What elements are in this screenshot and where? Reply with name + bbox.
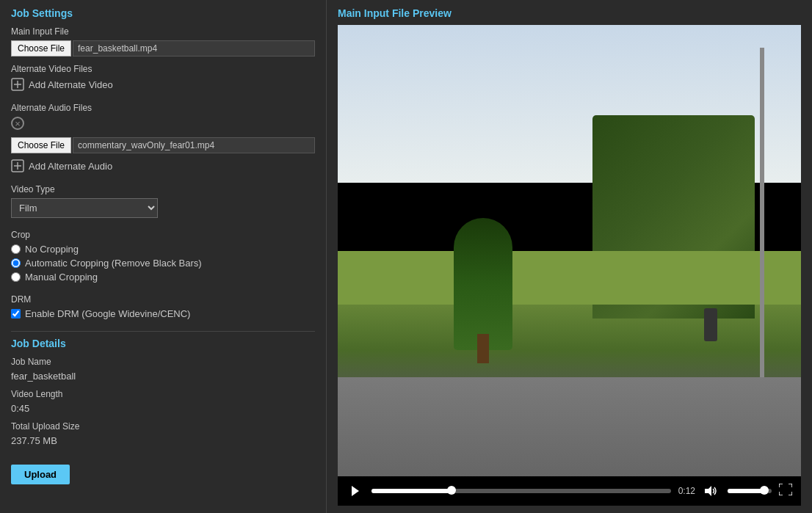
progress-fill xyxy=(371,489,452,493)
video-length-label: Video Length xyxy=(11,389,315,399)
video-controls: 0:12 xyxy=(338,476,801,506)
drm-label: DRM xyxy=(11,294,315,305)
progress-bar[interactable] xyxy=(371,489,671,493)
video-length-field: Video Length 0:45 xyxy=(11,389,315,414)
progress-handle xyxy=(447,486,456,495)
drm-checkbox-option[interactable]: Enable DRM (Google Widevine/CENC) xyxy=(11,308,315,319)
job-name-label: Job Name xyxy=(11,357,315,367)
crop-no-cropping-radio[interactable] xyxy=(11,244,21,254)
scene-grass xyxy=(338,251,801,305)
scene-tree xyxy=(454,218,512,350)
crop-section: Crop No Cropping Automatic Cropping (Rem… xyxy=(11,230,315,283)
choose-audio-file-button[interactable]: Choose File xyxy=(11,137,71,153)
crop-group: No Cropping Automatic Cropping (Remove B… xyxy=(11,244,315,283)
scene-road xyxy=(338,377,801,476)
upload-button[interactable]: Upload xyxy=(11,465,70,484)
alternate-audio-filename: commentary_wavOnly_fear01.mp4 xyxy=(73,137,315,153)
preview-title: Main Input File Preview xyxy=(338,7,801,19)
volume-button[interactable] xyxy=(703,482,720,500)
video-scene xyxy=(338,25,801,476)
crop-no-cropping-option[interactable]: No Cropping xyxy=(11,244,315,255)
volume-bar[interactable] xyxy=(728,489,772,493)
play-button[interactable] xyxy=(347,482,364,500)
choose-file-button[interactable]: Choose File xyxy=(11,40,71,57)
volume-handle xyxy=(760,486,769,495)
add-audio-icon xyxy=(11,159,24,172)
crop-no-cropping-label: No Cropping xyxy=(25,244,79,255)
drm-checkbox[interactable] xyxy=(11,309,21,319)
job-details-title: Job Details xyxy=(11,338,315,349)
svg-marker-6 xyxy=(352,486,359,496)
video-type-select[interactable]: Film Sports Animation News xyxy=(11,198,158,218)
fullscreen-button[interactable] xyxy=(779,484,792,498)
main-input-label: Main Input File xyxy=(11,26,315,37)
volume-fill xyxy=(728,489,765,493)
job-name-field: Job Name fear_basketball xyxy=(11,357,315,382)
left-panel: Job Settings Main Input File Choose File… xyxy=(0,0,327,513)
svg-marker-7 xyxy=(705,486,711,496)
crop-manual-label: Manual Cropping xyxy=(25,272,98,283)
job-settings-title: Job Settings xyxy=(11,7,315,19)
section-divider xyxy=(11,331,315,332)
video-type-dropdown-row: Film Sports Animation News xyxy=(11,198,315,218)
main-input-row: Choose File fear_basketball.mp4 xyxy=(11,40,315,57)
scene-person xyxy=(704,308,717,341)
drm-checkbox-label: Enable DRM (Google Widevine/CENC) xyxy=(25,308,190,319)
alternate-video-label: Alternate Video Files xyxy=(11,64,315,74)
video-type-label: Video Type xyxy=(11,184,315,194)
time-display: 0:12 xyxy=(678,486,695,496)
remove-audio-icon[interactable]: × xyxy=(11,117,24,130)
video-length-value: 0:45 xyxy=(11,403,315,414)
crop-auto-label: Automatic Cropping (Remove Black Bars) xyxy=(25,258,202,269)
scene-tree-trunk xyxy=(477,334,489,363)
video-type-section: Video Type Film Sports Animation News xyxy=(11,184,315,218)
main-input-file-field: Main Input File Choose File fear_basketb… xyxy=(11,26,315,57)
alternate-audio-section: Alternate Audio Files × Choose File comm… xyxy=(11,103,315,172)
crop-auto-option[interactable]: Automatic Cropping (Remove Black Bars) xyxy=(11,258,315,269)
add-alternate-audio-label: Add Alternate Audio xyxy=(29,161,112,172)
video-container: 0:12 xyxy=(338,25,801,506)
crop-label: Crop xyxy=(11,230,315,240)
job-details-section: Job Details Job Name fear_basketball Vid… xyxy=(11,338,315,484)
total-upload-field: Total Upload Size 237.75 MB xyxy=(11,421,315,446)
job-settings-section: Job Settings Main Input File Choose File… xyxy=(11,7,315,319)
alternate-audio-label: Alternate Audio Files xyxy=(11,103,315,113)
right-panel: Main Input File Preview xyxy=(327,0,812,513)
total-upload-label: Total Upload Size xyxy=(11,421,315,432)
crop-manual-option[interactable]: Manual Cropping xyxy=(11,272,315,283)
scene-pole xyxy=(760,48,764,386)
add-alternate-video-label: Add Alternate Video xyxy=(29,79,113,90)
job-name-value: fear_basketball xyxy=(11,371,315,382)
total-upload-value: 237.75 MB xyxy=(11,435,315,446)
main-input-filename: fear_basketball.mp4 xyxy=(73,40,315,57)
crop-auto-radio[interactable] xyxy=(11,258,21,268)
add-video-icon xyxy=(11,78,24,91)
alternate-video-section: Alternate Video Files Add Alternate Vide… xyxy=(11,64,315,91)
drm-section: DRM Enable DRM (Google Widevine/CENC) xyxy=(11,294,315,319)
add-alternate-video-button[interactable]: Add Alternate Video xyxy=(11,78,315,91)
add-alternate-audio-button[interactable]: Add Alternate Audio xyxy=(11,159,315,172)
alternate-audio-row: Choose File commentary_wavOnly_fear01.mp… xyxy=(11,137,315,153)
crop-manual-radio[interactable] xyxy=(11,272,21,282)
